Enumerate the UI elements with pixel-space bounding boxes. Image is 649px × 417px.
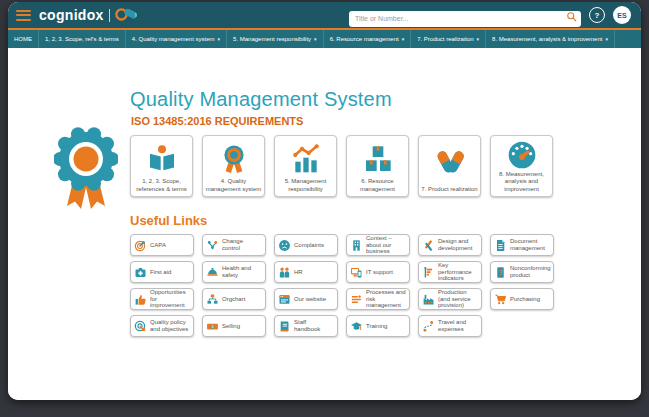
tile-6-resource-management[interactable]: 6. Resource management [346,135,409,197]
chevron-down-icon: ▾ [402,37,405,42]
kpi-icon [422,266,435,279]
rosette-icon [218,139,250,178]
link-context-about-our-business[interactable]: Context – about our business [346,234,410,256]
browser-icon [278,293,291,306]
chevron-down-icon: ▾ [218,37,221,42]
tile-8-measurement-analysis-and-improvement[interactable]: 8. Measurement, analysis and improvement [490,135,553,197]
link-change-control[interactable]: Change control [202,234,266,256]
link-production-and-service-provision[interactable]: Production (and service provision) [418,288,482,310]
link-training[interactable]: Training [346,315,410,337]
main-nav: HOME1, 2, 3. Scope, ref's & terms4. Qual… [8,30,641,48]
nav-item-label: 1, 2, 3. Scope, ref's & terms [45,36,119,42]
avatar[interactable]: ES [613,6,631,24]
orgchart-icon [206,293,219,306]
menu-icon[interactable] [16,10,31,21]
link-label: Processes and risk management [366,289,406,309]
link-processes-and-risk-management[interactable]: Processes and risk management [346,288,410,310]
link-nonconforming-product[interactable]: ?Nonconforming product [490,261,554,283]
link-label: Orgchart [222,296,245,303]
pills-icon [434,139,466,186]
nav-item-label: 5. Management responsibility [233,36,311,42]
tile-5-management-responsibility[interactable]: 5. Management responsibility [274,135,337,197]
link-label: CAPA [150,242,166,249]
nodes-icon [206,239,219,252]
tile-label: 7. Product realization [421,186,477,194]
hard-hat-icon [206,266,219,279]
link-label: Travel and expenses [438,319,478,332]
book-icon [278,320,291,333]
nav-item-label: 7. Product realization [417,36,473,42]
link-health-and-safety[interactable]: Health and safety [202,261,266,283]
logo[interactable]: cognidox [39,5,139,25]
design-icon [422,239,435,252]
link-capa[interactable]: CAPA [130,234,194,256]
nav-item-1-2-3-scope-ref-s-terms[interactable]: 1, 2, 3. Scope, ref's & terms [39,30,126,48]
first-aid-icon [134,266,147,279]
link-label: Opportunities for improvement [150,289,190,309]
link-label: Context – about our business [366,235,406,255]
target-arrow-icon [134,320,147,333]
search-icon[interactable] [566,9,578,21]
gauge-icon [506,139,538,171]
link-quality-policy-and-objectives[interactable]: Quality policy and objectives [130,315,194,337]
link-document-management[interactable]: Document management [490,234,554,256]
search-box [349,7,581,23]
link-orgchart[interactable]: Orgchart [202,288,266,310]
grad-cap-icon [350,320,363,333]
section-tiles: 1, 2, 3. Scope, references & terms4. Qua… [130,135,641,197]
link-hr[interactable]: HR [274,261,338,283]
pill-icon [115,5,139,25]
svg-text:0: 0 [212,324,214,328]
tile-7-product-realization[interactable]: 7. Product realization [418,135,481,197]
route-icon [422,320,435,333]
tile-label: 5. Management responsibility [277,178,334,193]
link-label: IT support [366,269,393,276]
nav-item-4-quality-management-system[interactable]: 4. Quality management system▾ [126,30,227,48]
link-design-and-development[interactable]: Design and development [418,234,482,256]
nav-item-label: 6. Resource management [330,36,399,42]
link-staff-handbook[interactable]: Staff handbook [274,315,338,337]
link-it-support[interactable]: IT support [346,261,410,283]
nav-item-8-measurement-analysis-improvement[interactable]: 8. Measurement, analysis & improvement▾ [486,30,615,48]
link-selling[interactable]: 0Selling [202,315,266,337]
link-key-performance-indicators[interactable]: Key performance indicators [418,261,482,283]
link-label: HR [294,269,303,276]
link-travel-and-expenses[interactable]: Travel and expenses [418,315,482,337]
award-ribbon-icon [54,125,118,213]
nav-item-7-product-realization[interactable]: 7. Product realization▾ [411,30,486,48]
devices-icon [350,266,363,279]
help-button[interactable]: ? [589,7,605,23]
link-purchasing[interactable]: Purchasing [490,288,554,310]
factory-icon [422,293,435,306]
tile-label: 1, 2, 3. Scope, references & terms [133,178,190,193]
top-bar: cognidox ? ES [8,2,641,30]
sad-face-icon [278,239,291,252]
question-tag-icon: ? [494,266,507,279]
link-first-aid[interactable]: First aid [130,261,194,283]
link-label: Our website [294,296,326,303]
link-label: Design and development [438,238,478,251]
logo-divider [109,9,110,22]
useful-links-heading: Useful Links [130,213,641,228]
link-label: Key performance indicators [438,262,478,282]
nav-item-home[interactable]: HOME [8,30,39,48]
nav-item-5-management-responsibility[interactable]: 5. Management responsibility▾ [227,30,324,48]
app-window: cognidox ? ES HOME1, 2, 3. Scope, ref's … [8,2,641,400]
chart-trend-icon [290,139,322,178]
link-label: First aid [150,269,171,276]
tile-1-2-3-scope-references-terms[interactable]: 1, 2, 3. Scope, references & terms [130,135,193,197]
page-content: Quality Management System ISO 13485:2016… [8,88,641,400]
link-label: Selling [222,323,240,330]
link-label: Quality policy and objectives [150,319,190,332]
cart-icon [494,293,507,306]
link-complaints[interactable]: Complaints [274,234,338,256]
link-opportunities-for-improvement[interactable]: Opportunities for improvement [130,288,194,310]
chevron-down-icon: ▾ [314,37,317,42]
search-input[interactable] [349,11,581,27]
tile-4-quality-management-system[interactable]: 4. Quality management system [202,135,265,197]
link-label: Production (and service provision) [438,289,478,309]
nav-item-6-resource-management[interactable]: 6. Resource management▾ [324,30,412,48]
boxes-icon [362,139,394,178]
nav-item-label: 8. Measurement, analysis & improvement [492,36,602,42]
link-our-website[interactable]: Our website [274,288,338,310]
